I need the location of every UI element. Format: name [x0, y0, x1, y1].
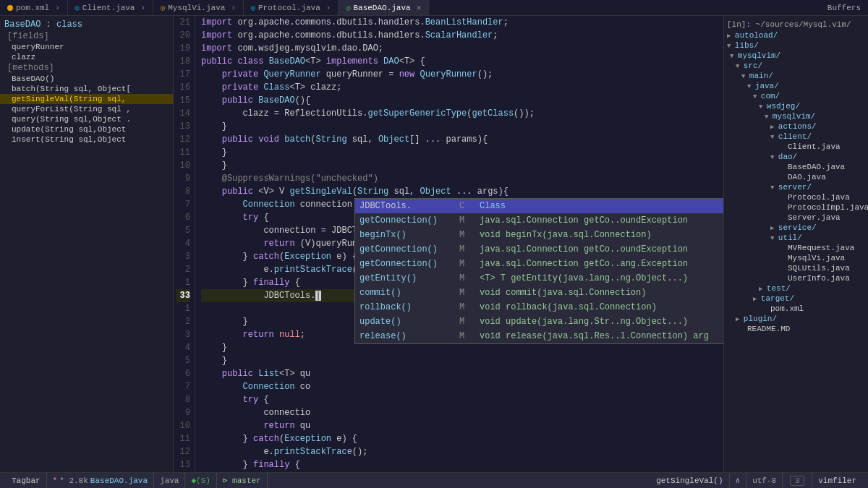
- ac-item-name: release(): [359, 330, 454, 343]
- file-label: Protocol.java: [776, 193, 850, 202]
- folder-label: service/: [778, 223, 817, 232]
- folder-label: autoload/: [735, 31, 778, 40]
- file-tree-file-basedao-java[interactable]: BaseDAO.java: [724, 162, 868, 172]
- status-branch-label: ⊳ master: [223, 476, 261, 485]
- status-indicator: ◆(S): [185, 473, 216, 488]
- sidebar-method-label: update(String sql,Object: [12, 125, 126, 134]
- ac-item-getconnection-2[interactable]: getConnection() M java.sql.Connection ge…: [355, 242, 723, 257]
- ac-item-update[interactable]: update() M void update(java.lang.Str..ng…: [355, 314, 723, 329]
- buffers-button[interactable]: Buffers: [820, 2, 868, 14]
- file-tree-item-test[interactable]: ▶ test/: [724, 283, 868, 294]
- file-label: Client.java: [776, 142, 841, 151]
- code-area[interactable]: import org.apache.commons.dbutils.handle…: [195, 16, 723, 472]
- tab-mysqlvi-java[interactable]: ◎ MysqlVi.java ›: [153, 0, 244, 15]
- folder-label: mysqlvim/: [738, 51, 780, 60]
- folder-label: server/: [778, 183, 812, 192]
- file-tree-item-wsdjeg[interactable]: ▼ wsdjeg/: [724, 101, 868, 111]
- file-tree-file-mvrequest[interactable]: MVRequest.java: [724, 243, 868, 253]
- file-tree-header: [in]: ~/sources/Mysql.vim/: [724, 19, 868, 30]
- editor-content[interactable]: 21 20 19 18 17 16 15 14 13 12 11 10 9 8 …: [174, 16, 723, 472]
- file-tree-item-com[interactable]: ▼ com/: [724, 91, 868, 101]
- file-tree-item-plugin[interactable]: ▶ plugin/: [724, 314, 868, 324]
- ac-item-name: getConnection(): [359, 214, 454, 227]
- ac-item-jdbctools-class[interactable]: JDBCTools. C Class: [355, 199, 723, 213]
- file-tree-file-userinfo[interactable]: UserInfo.java: [724, 273, 868, 283]
- sidebar-item-insert[interactable]: insert(String sql,Object: [0, 134, 173, 145]
- tab-pom-xml[interactable]: pom.xml ›: [0, 0, 68, 15]
- sidebar-item-queryrunner[interactable]: queryRunner: [0, 42, 173, 52]
- ac-item-commit[interactable]: commit() M void commit(java.sql.Connecti…: [355, 286, 723, 300]
- tab-basedao-java[interactable]: ◎ BaseDAO.java ✕: [339, 0, 429, 15]
- file-tree-file-protocolimpl-java[interactable]: ProtocolImpl.java: [724, 202, 868, 213]
- file-tree-item-service[interactable]: ▶ service/: [724, 223, 868, 233]
- ac-item-name: update(): [359, 315, 454, 328]
- sidebar-item-clazz[interactable]: clazz: [0, 52, 173, 62]
- file-tree-item-client[interactable]: ▼ client/: [724, 132, 868, 142]
- code-line: }: [201, 159, 718, 172]
- ac-item-sig: java.sql.Connection getCo..oundException: [480, 243, 723, 256]
- tab-client-java[interactable]: ◎ Client.java ›: [68, 0, 153, 15]
- sidebar-item-query[interactable]: query(String sql,Object .: [0, 114, 173, 124]
- file-tree-item-main[interactable]: ▼ main/: [724, 71, 868, 81]
- tab-protocol-java[interactable]: ◎ Protocol.java ›: [244, 0, 339, 15]
- ac-item-release[interactable]: release() M void release(java.sql.Res..l…: [355, 329, 723, 343]
- file-tree-item-mysqlvim2[interactable]: ▼ mysqlvim/: [724, 111, 868, 121]
- file-tree-file-client-java[interactable]: Client.java: [724, 142, 868, 152]
- code-line: public <V> V getSingleVal(String sql, Ob…: [201, 185, 718, 198]
- file-tree-file-mysqlvi[interactable]: MysqlVi.java: [724, 253, 868, 263]
- tagbar-sidebar: BaseDAO : class [fields] queryRunner cla…: [0, 16, 174, 472]
- sidebar-item-update[interactable]: update(String sql,Object: [0, 124, 173, 134]
- folder-label: java/: [755, 82, 779, 90]
- sidebar-class-name: BaseDAO : class: [0, 19, 173, 30]
- file-tree-file-readme[interactable]: README.MD: [724, 324, 868, 334]
- status-file-info: * * 2.8k BaseDAO.java: [47, 473, 154, 488]
- code-line: public BaseDAO(){: [201, 94, 718, 107]
- file-tree-item-dao[interactable]: ▼ dao/: [724, 152, 868, 162]
- file-tree-file-dao-java[interactable]: DAO.java: [724, 172, 868, 182]
- file-tree-file-sqlutils[interactable]: SQLUtils.java: [724, 263, 868, 273]
- sidebar-method-label: queryForList(String sql ,: [12, 105, 131, 114]
- code-line: }: [201, 354, 718, 367]
- file-tree-sidebar: [in]: ~/sources/Mysql.vim/ ▶ autoload/ ▼…: [723, 16, 868, 472]
- sidebar-item-basedao-constructor[interactable]: BaseDAO(): [0, 74, 173, 84]
- file-tree-file-server-java[interactable]: Server.java: [724, 213, 868, 223]
- ac-item-begintx[interactable]: beginTx() M void beginTx(java.sql.Connec…: [355, 228, 723, 242]
- file-tree-file-protocol-java[interactable]: Protocol.java: [724, 192, 868, 202]
- tab-separator: ›: [326, 4, 331, 12]
- sidebar-method-label: queryRunner: [12, 43, 64, 51]
- file-tree-item-mysqlvim[interactable]: ▼ mysqlvim/: [724, 51, 868, 61]
- file-tree-item-java[interactable]: ▼ java/: [724, 81, 868, 91]
- code-line: import org.apache.commons.dbutils.handle…: [201, 29, 718, 42]
- sidebar-item-batch[interactable]: batch(String sql, Object[: [0, 84, 173, 94]
- file-tree-item-libs[interactable]: ▼ libs/: [724, 40, 868, 51]
- folder-label: test/: [767, 284, 791, 293]
- status-bar: Tagbar * * 2.8k BaseDAO.java java ◆(S) ⊳…: [0, 472, 868, 488]
- sidebar-method-label: batch(String sql, Object[: [12, 85, 131, 93]
- code-line: }: [201, 120, 718, 133]
- folder-label: util/: [778, 234, 802, 242]
- file-tree-file-pom-xml[interactable]: pom.xml: [724, 304, 868, 314]
- file-tree-item-server[interactable]: ▼ server/: [724, 182, 868, 192]
- file-tree-item-actions[interactable]: ▶ actions/: [724, 121, 868, 132]
- file-tree-item-util[interactable]: ▼ util/: [724, 233, 868, 243]
- status-function: getSingleVal(): [650, 473, 729, 488]
- file-label: MysqlVi.java: [776, 254, 845, 262]
- code-line: import org.apache.commons.dbutils.handle…: [201, 16, 718, 29]
- ac-item-getentity[interactable]: getEntity() M <T> T getEntity(java.lang.…: [355, 271, 723, 286]
- tab-label: Client.java: [82, 4, 135, 12]
- sidebar-item-queryforlist[interactable]: queryForList(String sql ,: [0, 104, 173, 114]
- ac-item-getconnection-1[interactable]: getConnection() M java.sql.Connection ge…: [355, 213, 723, 228]
- ac-item-rollback[interactable]: rollback() M void rollback(java.sql.Conn…: [355, 300, 723, 314]
- sidebar-item-getsingleval[interactable]: getSingleVal(String sql,: [0, 94, 173, 104]
- file-tree-item-src[interactable]: ▼ src/: [724, 61, 868, 71]
- folder-label: target/: [761, 294, 794, 303]
- file-label: pom.xml: [759, 304, 804, 313]
- file-tree-item-autoload[interactable]: ▶ autoload/: [724, 30, 868, 40]
- sidebar-section-label: [fields]: [7, 31, 49, 41]
- ac-item-type: M: [459, 243, 474, 256]
- ac-item-getconnection-3[interactable]: getConnection() M java.sql.Connection ge…: [355, 257, 723, 271]
- tab-separator: ›: [55, 4, 60, 12]
- ac-item-sig: Class: [480, 200, 723, 213]
- file-tree-item-target[interactable]: ▶ target/: [724, 294, 868, 304]
- autocomplete-popup[interactable]: JDBCTools. C Class getConnection() M jav…: [354, 198, 723, 344]
